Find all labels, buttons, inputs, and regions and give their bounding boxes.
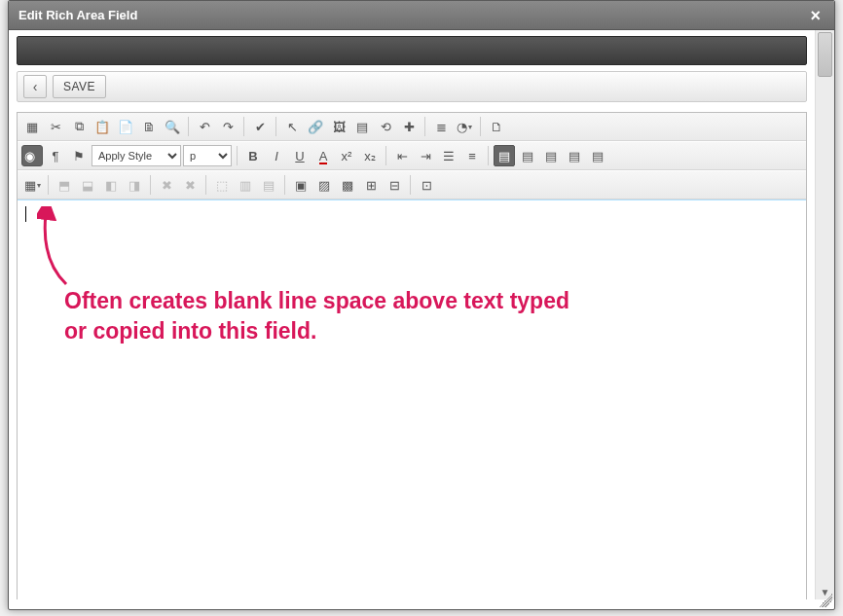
del-row-icon[interactable]: ✖: [156, 174, 177, 196]
outdent-icon[interactable]: ⇤: [391, 145, 413, 166]
toolbar-row-1: ▦✂⧉📋📄🗎🔍↶↷✔↖🔗🖼▤⟲✚≣◔🗋: [18, 113, 806, 141]
select-all-icon[interactable]: ▦: [21, 116, 43, 137]
toolbar-row-3: ▦⬒⬓◧◨✖✖⬚▥▤▣▨▩⊞⊟⊡: [18, 170, 806, 199]
toolbar-separator: [424, 117, 425, 136]
text-cursor: [25, 206, 26, 222]
find-replace-icon[interactable]: 🔍: [162, 116, 183, 137]
split-v-icon[interactable]: ▤: [258, 174, 279, 196]
preview-icon[interactable]: 🗋: [486, 116, 507, 137]
table-props-icon[interactable]: ▤: [351, 116, 373, 137]
dialog: Edit Rich Area Field × ▲ ▼ ‹ SAVE ▦✂⧉📋📄🗎…: [8, 0, 835, 610]
align-none-icon[interactable]: ▤: [587, 145, 608, 166]
link-icon[interactable]: 🔗: [305, 116, 326, 137]
toolbar-separator: [205, 175, 206, 195]
bul-list-icon[interactable]: ☰: [438, 145, 459, 166]
clean-icon[interactable]: ✚: [398, 116, 420, 137]
paragraph-format-select[interactable]: p: [183, 145, 232, 166]
redo-icon[interactable]: ↷: [217, 116, 238, 137]
spellcheck-icon[interactable]: ✔: [249, 116, 271, 137]
dialog-scrollbar[interactable]: ▲ ▼: [815, 30, 834, 599]
layout-icon[interactable]: ⊟: [384, 174, 405, 196]
row-after-icon[interactable]: ⬓: [77, 174, 98, 196]
scroll-thumb[interactable]: [818, 32, 832, 77]
split-cell-icon[interactable]: ⊡: [416, 174, 437, 196]
hr-icon[interactable]: ≣: [430, 116, 452, 137]
grid-icon[interactable]: ⊞: [360, 174, 382, 196]
save-button[interactable]: SAVE: [53, 75, 106, 98]
toolbar-row-2: ◉¶⚑Apply StylepBIUAx²x₂⇤⇥☰≡▤▤▤▤▤: [18, 141, 806, 170]
align-left-icon[interactable]: ▤: [494, 145, 515, 166]
cursor-icon[interactable]: ↖: [281, 116, 303, 137]
align-justify-icon[interactable]: ▤: [564, 145, 585, 166]
toolbar-separator: [480, 117, 481, 136]
dialog-title: Edit Rich Area Field: [18, 8, 137, 22]
toolbar-separator: [150, 175, 151, 195]
cut-icon[interactable]: ✂: [45, 116, 66, 137]
bold-icon[interactable]: B: [242, 145, 264, 166]
dialog-body: ‹ SAVE ▦✂⧉📋📄🗎🔍↶↷✔↖🔗🖼▤⟲✚≣◔🗋 ◉¶⚑Apply Styl…: [9, 30, 815, 599]
date-icon[interactable]: ◔: [454, 116, 475, 137]
toolbar-separator: [243, 117, 244, 136]
annotation-text: Often creates blank line space above tex…: [64, 286, 569, 346]
toolbar-separator: [385, 146, 386, 165]
undo-icon[interactable]: ↶: [194, 116, 215, 137]
command-row: ‹ SAVE: [17, 71, 807, 102]
dark-header-bar: [17, 36, 807, 65]
image-icon[interactable]: 🖼: [328, 116, 349, 137]
cell-bg-icon[interactable]: ▨: [313, 174, 335, 196]
editor-canvas[interactable]: Often creates blank line space above tex…: [18, 199, 806, 599]
back-button[interactable]: ‹: [23, 75, 47, 98]
paste-html-icon[interactable]: 🗎: [138, 116, 160, 137]
underline-icon[interactable]: U: [289, 145, 311, 166]
col-before-icon[interactable]: ◧: [100, 174, 122, 196]
font-color-icon[interactable]: A: [312, 145, 334, 166]
flag-icon[interactable]: ⚑: [68, 145, 90, 166]
close-icon[interactable]: ×: [806, 7, 825, 24]
paste-icon[interactable]: 📋: [92, 116, 113, 137]
toolbar-separator: [48, 175, 49, 195]
italic-icon[interactable]: I: [266, 145, 287, 166]
del-col-icon[interactable]: ✖: [179, 174, 201, 196]
superscript-icon[interactable]: x²: [336, 145, 357, 166]
annotation-arrow-icon: [37, 206, 76, 294]
merge-cells-icon[interactable]: ⬚: [211, 174, 233, 196]
resize-grip-icon[interactable]: [819, 594, 832, 607]
row-before-icon[interactable]: ⬒: [54, 174, 75, 196]
toolbar-separator: [275, 117, 276, 136]
annotation-line1: Often creates blank line space above tex…: [64, 288, 569, 313]
indent-icon[interactable]: ⇥: [415, 145, 436, 166]
pilcrow-icon[interactable]: ¶: [45, 145, 66, 166]
copy-icon[interactable]: ⧉: [68, 116, 90, 137]
insert-table-icon[interactable]: ▦: [21, 174, 43, 196]
apply-style-select[interactable]: Apply Style: [92, 145, 181, 166]
align-right-icon[interactable]: ▤: [540, 145, 562, 166]
toolbar-separator: [284, 175, 285, 195]
toolbar-separator: [488, 146, 489, 165]
paste-word-icon[interactable]: 📄: [115, 116, 136, 137]
split-h-icon[interactable]: ▥: [235, 174, 256, 196]
align-center-icon[interactable]: ▤: [517, 145, 538, 166]
rich-editor: ▦✂⧉📋📄🗎🔍↶↷✔↖🔗🖼▤⟲✚≣◔🗋 ◉¶⚑Apply StylepBIUAx…: [17, 112, 807, 599]
col-after-icon[interactable]: ◨: [124, 174, 145, 196]
toolbar-separator: [410, 175, 411, 195]
toolbar-separator: [188, 117, 189, 136]
cell-props-icon[interactable]: ▣: [290, 174, 312, 196]
chevron-left-icon: ‹: [33, 79, 38, 94]
cell-border-icon[interactable]: ▩: [337, 174, 358, 196]
titlebar: Edit Rich Area Field ×: [9, 1, 834, 30]
toolbar-separator: [237, 146, 238, 165]
num-list-icon[interactable]: ≡: [461, 145, 483, 166]
remove-format-icon[interactable]: ⟲: [375, 116, 396, 137]
subscript-icon[interactable]: x₂: [359, 145, 381, 166]
annotation-line2: or copied into this field.: [64, 318, 316, 344]
record-icon[interactable]: ◉: [21, 145, 43, 166]
